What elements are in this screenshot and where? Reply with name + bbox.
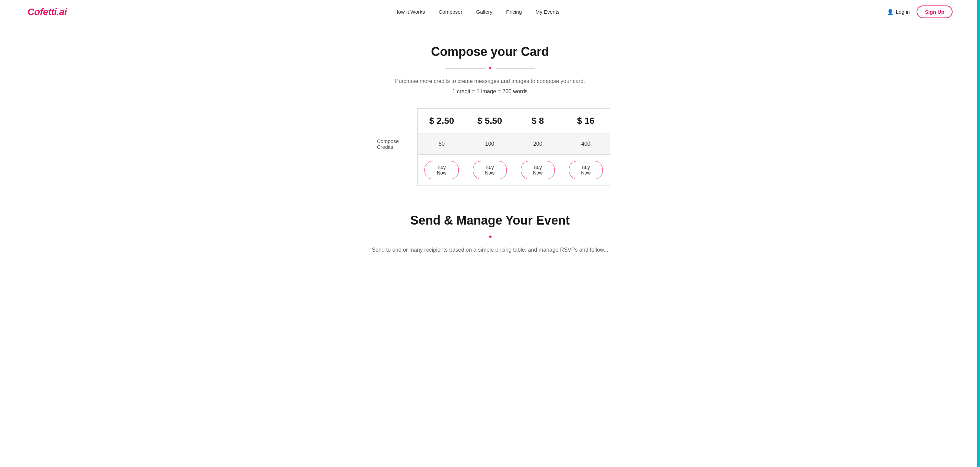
button-row: Buy Now Buy Now Buy Now Buy Now [370, 155, 610, 186]
price-row: $ 2.50 $ 5.50 $ 8 $ 16 [370, 109, 610, 133]
user-icon: 👤 [887, 9, 894, 15]
credits-tier-4: 400 [562, 133, 610, 155]
price-tier-3: $ 8 [514, 109, 562, 133]
nav-link-how-it-works[interactable]: How It Works [395, 9, 425, 15]
price-tier-1: $ 2.50 [418, 109, 466, 133]
send-manage-section: Send & Manage Your Event ✦ Send to one o… [349, 213, 631, 253]
buy-now-cell-2: Buy Now [466, 155, 514, 186]
buy-now-button-2[interactable]: Buy Now [473, 161, 507, 179]
login-button[interactable]: 👤 Log in [887, 9, 910, 15]
buy-now-button-1[interactable]: Buy Now [425, 161, 458, 179]
star-icon: ✦ [488, 65, 493, 71]
divider: ✦ [445, 65, 535, 71]
main-content: Compose your Card ✦ Purchase more credit… [336, 24, 644, 267]
signup-button[interactable]: Sign Up [916, 5, 953, 18]
price-tier-4: $ 16 [562, 109, 610, 133]
nav-link-gallery[interactable]: Gallery [476, 9, 492, 15]
buy-now-button-3[interactable]: Buy Now [521, 161, 555, 179]
credits-row-label: Compose Credits [370, 133, 418, 155]
send-manage-subtitle: Send to one or many recipients based on … [349, 247, 631, 253]
compose-card-title: Compose your Card [349, 44, 631, 59]
credits-tier-3: 200 [514, 133, 562, 155]
nav-actions: 👤 Log in Sign Up [887, 5, 953, 18]
buy-now-cell-4: Buy Now [562, 155, 610, 186]
navbar: Cofetti.ai How It Works Composer Gallery… [0, 0, 980, 24]
nav-link-pricing[interactable]: Pricing [506, 9, 522, 15]
button-empty [370, 155, 418, 186]
divider-2: ✦ [445, 234, 535, 240]
credits-row: Compose Credits 50 100 200 400 [370, 133, 610, 155]
star-icon-2: ✦ [488, 234, 493, 240]
compose-card-section: Compose your Card ✦ Purchase more credit… [349, 44, 631, 186]
pricing-table: $ 2.50 $ 5.50 $ 8 $ 16 Compose Credits 5… [370, 108, 610, 186]
login-label: Log in [896, 9, 910, 15]
send-manage-title: Send & Manage Your Event [349, 213, 631, 228]
nav-link-composer[interactable]: Composer [439, 9, 462, 15]
buy-now-cell-1: Buy Now [418, 155, 466, 186]
buy-now-button-4[interactable]: Buy Now [569, 161, 603, 179]
price-label-empty [370, 109, 418, 133]
credit-info: 1 credit = 1 image = 200 words [349, 89, 631, 95]
nav-links: How It Works Composer Gallery Pricing My… [395, 9, 560, 15]
credits-tier-1: 50 [418, 133, 466, 155]
brand-logo[interactable]: Cofetti.ai [27, 6, 67, 17]
nav-link-my-events[interactable]: My Events [536, 9, 560, 15]
price-tier-2: $ 5.50 [466, 109, 514, 133]
pricing-table-wrapper: $ 2.50 $ 5.50 $ 8 $ 16 Compose Credits 5… [349, 108, 631, 186]
compose-card-subtitle: Purchase more credits to create messages… [349, 78, 631, 84]
credits-tier-2: 100 [466, 133, 514, 155]
scrollbar-accent [977, 0, 980, 267]
buy-now-cell-3: Buy Now [514, 155, 562, 186]
